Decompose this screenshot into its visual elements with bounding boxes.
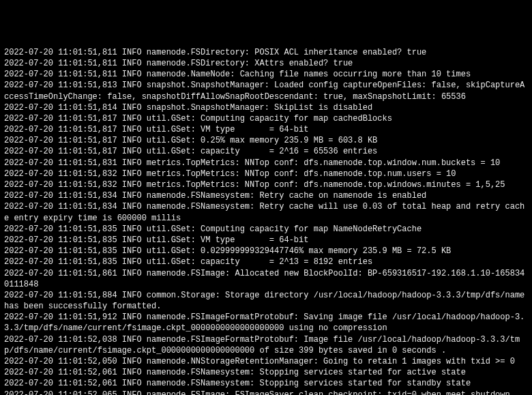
- log-line: 2022-07-20 11:01:51,831 INFO metrics.Top…: [4, 158, 528, 169]
- log-line: 2022-07-20 11:01:51,817 INFO util.GSet: …: [4, 124, 528, 135]
- log-line: 2022-07-20 11:01:52,061 INFO namenode.FS…: [4, 367, 528, 378]
- log-line: 2022-07-20 11:01:51,811 INFO namenode.Na…: [4, 69, 528, 80]
- log-line: 2022-07-20 11:01:51,832 INFO metrics.Top…: [4, 169, 528, 179]
- log-line: 2022-07-20 11:01:52,065 INFO namenode.FS…: [4, 390, 528, 395]
- log-line: 2022-07-20 11:01:52,050 INFO namenode.NN…: [4, 356, 528, 367]
- log-line: 2022-07-20 11:01:51,861 INFO namenode.FS…: [4, 268, 528, 290]
- log-line: 2022-07-20 11:01:51,817 INFO util.GSet: …: [4, 146, 528, 157]
- log-line: 2022-07-20 11:01:52,061 INFO namenode.FS…: [4, 378, 528, 389]
- log-line: 2022-07-20 11:01:51,835 INFO util.GSet: …: [4, 246, 528, 257]
- log-line: 2022-07-20 11:01:51,835 INFO util.GSet: …: [4, 224, 528, 235]
- log-line: 2022-07-20 11:01:51,834 INFO namenode.FS…: [4, 201, 528, 223]
- log-line: 2022-07-20 11:01:51,835 INFO util.GSet: …: [4, 235, 528, 246]
- log-line: 2022-07-20 11:01:52,038 INFO namenode.FS…: [4, 334, 528, 356]
- log-line: 2022-07-20 11:01:51,811 INFO namenode.FS…: [4, 47, 528, 58]
- log-line: 2022-07-20 11:01:51,817 INFO util.GSet: …: [4, 113, 528, 124]
- terminal-output: 2022-07-20 11:01:51,811 INFO namenode.FS…: [4, 47, 528, 395]
- log-line: 2022-07-20 11:01:51,814 INFO snapshot.Sn…: [4, 102, 528, 113]
- log-line: 2022-07-20 11:01:51,832 INFO metrics.Top…: [4, 179, 528, 190]
- log-line: 2022-07-20 11:01:51,912 INFO namenode.FS…: [4, 312, 528, 334]
- log-line: 2022-07-20 11:01:51,813 INFO snapshot.Sn…: [4, 80, 528, 102]
- log-line: 2022-07-20 11:01:51,811 INFO namenode.FS…: [4, 58, 528, 69]
- log-line: 2022-07-20 11:01:51,884 INFO common.Stor…: [4, 290, 528, 312]
- log-line: 2022-07-20 11:01:51,817 INFO util.GSet: …: [4, 135, 528, 146]
- log-line: 2022-07-20 11:01:51,835 INFO util.GSet: …: [4, 257, 528, 267]
- log-line: 2022-07-20 11:01:51,834 INFO namenode.FS…: [4, 190, 528, 201]
